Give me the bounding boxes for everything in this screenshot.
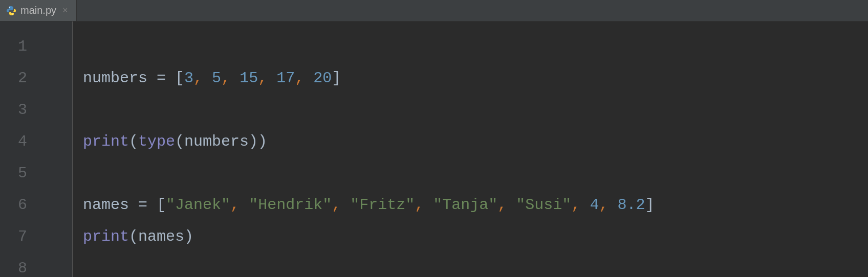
code-token: print	[83, 133, 129, 150]
code-token: names	[83, 196, 138, 214]
code-token: "Fritz"	[350, 196, 415, 214]
code-token: ,	[571, 196, 580, 214]
code-token: ,	[193, 70, 203, 87]
code-line[interactable]	[83, 252, 868, 277]
code-token: ]	[645, 196, 654, 214]
code-token: 15	[240, 70, 258, 87]
code-token: 17	[276, 70, 295, 87]
code-token: type	[138, 133, 175, 150]
code-line[interactable]	[83, 31, 868, 62]
svg-point-0	[9, 7, 10, 8]
code-token: (names)	[129, 228, 193, 245]
code-line[interactable]: numbers = [3, 5, 15, 17, 20]	[83, 62, 868, 94]
code-token: ,	[230, 196, 240, 214]
code-line[interactable]	[83, 157, 868, 189]
tab-main-py[interactable]: main.py ×	[0, 0, 77, 21]
code-token: 20	[313, 70, 332, 87]
code-token	[608, 196, 617, 214]
code-token	[424, 196, 433, 214]
code-token: ,	[497, 196, 507, 214]
code-token: ,	[221, 70, 230, 87]
line-number: 6	[0, 189, 72, 221]
code-token: ]	[332, 70, 341, 87]
code-token: (numbers))	[175, 133, 267, 150]
line-number: 3	[0, 94, 72, 126]
code-token: =	[138, 196, 157, 214]
code-token: ,	[599, 196, 608, 214]
line-number: 1	[0, 31, 72, 62]
code-token	[240, 196, 249, 214]
tab-bar: main.py ×	[0, 0, 868, 21]
code-token: ,	[295, 70, 304, 87]
code-token: ,	[332, 196, 341, 214]
code-line[interactable]: print(type(numbers))	[83, 126, 868, 157]
code-token: numbers	[83, 70, 157, 87]
code-token: =	[157, 70, 175, 87]
python-file-icon	[6, 6, 16, 16]
code-token: ,	[258, 70, 267, 87]
line-number: 4	[0, 126, 72, 157]
code-area[interactable]: numbers = [3, 5, 15, 17, 20] print(type(…	[73, 21, 868, 277]
code-token: (	[129, 133, 138, 150]
editor: 1 2 3 4 5 6 7 8 numbers = [3, 5, 15, 17,…	[0, 21, 868, 277]
code-token: "Tanja"	[433, 196, 497, 214]
line-number: 5	[0, 157, 72, 189]
code-line[interactable]: print(names)	[83, 221, 868, 252]
code-token	[267, 70, 276, 87]
tab-label: main.py	[20, 5, 56, 16]
code-token	[507, 196, 516, 214]
code-token	[304, 70, 313, 87]
code-line[interactable]: names = ["Janek", "Hendrik", "Fritz", "T…	[83, 189, 868, 221]
code-token	[230, 70, 240, 87]
line-number: 7	[0, 221, 72, 252]
code-token: [	[175, 70, 184, 87]
code-token: [	[157, 196, 166, 214]
line-number-gutter: 1 2 3 4 5 6 7 8	[0, 21, 73, 277]
code-token: 8.2	[617, 196, 645, 214]
code-token: 5	[212, 70, 221, 87]
code-token: 4	[590, 196, 599, 214]
code-token: "Janek"	[166, 196, 230, 214]
code-token	[203, 70, 212, 87]
code-token	[580, 196, 590, 214]
code-token: "Susi"	[516, 196, 571, 214]
close-icon[interactable]: ×	[60, 6, 70, 16]
code-token	[341, 196, 350, 214]
code-token: "Hendrik"	[249, 196, 332, 214]
code-line[interactable]	[83, 94, 868, 126]
line-number: 8	[0, 252, 72, 277]
code-token: print	[83, 228, 129, 245]
line-number: 2	[0, 62, 72, 94]
code-token: ,	[415, 196, 424, 214]
code-token: 3	[184, 70, 193, 87]
svg-point-1	[12, 13, 13, 14]
